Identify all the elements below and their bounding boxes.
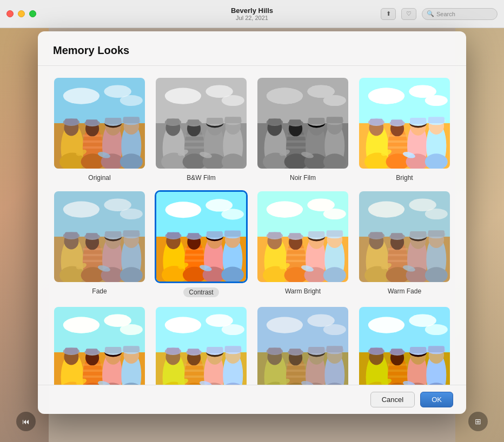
svg-point-313 xyxy=(323,324,346,335)
svg-rect-302 xyxy=(207,347,223,353)
svg-rect-121 xyxy=(428,117,445,123)
look-thumbnail-warm-bright xyxy=(256,190,349,283)
svg-point-3 xyxy=(120,95,143,106)
look-item-original[interactable]: Original xyxy=(53,77,146,182)
look-item-bright[interactable]: Bright xyxy=(358,77,451,182)
titlebar-subtitle: Jul 22, 2021 xyxy=(236,15,268,21)
memory-looks-modal: Memory Looks xyxy=(38,31,466,414)
traffic-lights xyxy=(6,10,36,17)
minimize-button[interactable] xyxy=(18,10,25,17)
svg-rect-13 xyxy=(83,146,103,149)
look-thumbnail-cool-fade xyxy=(256,306,349,385)
look-item-warm-bright[interactable]: Warm Bright xyxy=(256,190,349,297)
svg-rect-353 xyxy=(388,370,408,372)
svg-rect-350 xyxy=(370,348,383,354)
look-item-warm-contrast[interactable]: Warm Contrast xyxy=(53,306,146,385)
svg-point-96 xyxy=(425,95,448,106)
modal-footer: Cancel OK xyxy=(38,385,466,414)
svg-point-342 xyxy=(368,317,404,333)
svg-rect-323 xyxy=(286,376,306,378)
svg-rect-260 xyxy=(83,370,103,372)
svg-rect-291 xyxy=(184,370,204,372)
titlebar-controls: ⬆ ♡ 🔍 Search xyxy=(381,8,498,20)
maximize-button[interactable] xyxy=(29,10,36,17)
svg-point-220 xyxy=(425,209,448,219)
svg-rect-271 xyxy=(105,347,121,353)
look-item-cool-fade[interactable]: Cool Fade xyxy=(256,306,349,385)
modal-title: Memory Looks xyxy=(53,44,451,57)
svg-rect-292 xyxy=(184,376,204,378)
svg-rect-17 xyxy=(86,119,98,125)
svg-rect-102 xyxy=(370,119,383,125)
svg-rect-369 xyxy=(428,346,445,352)
svg-rect-74 xyxy=(286,140,306,143)
look-item-noir-film[interactable]: Noir Film xyxy=(256,77,349,182)
svg-rect-141 xyxy=(86,233,98,238)
look-thumbnail-warm-fade xyxy=(358,190,451,283)
look-item-fade[interactable]: Fade xyxy=(53,190,146,297)
titlebar-title: Beverly Hills xyxy=(231,6,273,15)
svg-rect-183 xyxy=(224,230,241,237)
photo-canvas-original xyxy=(54,78,145,169)
svg-point-65 xyxy=(323,95,346,106)
svg-rect-327 xyxy=(289,349,301,354)
look-item-cool-bright[interactable]: Cool Bright xyxy=(155,306,248,385)
back-button[interactable]: ⏮ xyxy=(16,412,36,431)
svg-point-125 xyxy=(63,201,100,217)
svg-rect-288 xyxy=(167,348,180,354)
ok-button[interactable]: OK xyxy=(420,392,453,407)
look-item-cool-contrast[interactable]: Cool Contrast xyxy=(358,306,451,385)
svg-rect-307 xyxy=(225,346,241,352)
look-thumbnail-bw-film xyxy=(155,77,248,170)
svg-rect-364 xyxy=(410,347,426,353)
look-thumbnail-noir-film xyxy=(256,77,349,170)
look-thumbnail-cool-bright xyxy=(155,306,248,385)
close-button[interactable] xyxy=(6,10,14,17)
svg-rect-195 xyxy=(268,232,281,239)
svg-rect-226 xyxy=(370,232,383,239)
heart-button[interactable]: ♡ xyxy=(401,8,416,20)
grid-button[interactable]: ⊞ xyxy=(468,412,488,431)
svg-rect-152 xyxy=(123,230,140,237)
svg-point-63 xyxy=(267,88,303,104)
svg-rect-136 xyxy=(83,254,103,256)
svg-point-249 xyxy=(63,317,100,333)
photo-canvas-bw-film xyxy=(156,78,247,169)
look-item-bw-film[interactable]: B&W Film xyxy=(155,77,248,182)
look-item-warm-fade[interactable]: Warm Fade xyxy=(358,190,451,297)
look-label-bright: Bright xyxy=(396,174,413,182)
svg-rect-354 xyxy=(388,376,408,378)
photo-canvas-contrast xyxy=(156,192,246,282)
look-label-warm-bright: Warm Bright xyxy=(285,287,321,295)
svg-rect-28 xyxy=(123,117,140,123)
svg-rect-137 xyxy=(83,260,103,262)
search-bar[interactable]: 🔍 Search xyxy=(422,8,498,20)
svg-point-34 xyxy=(222,95,244,106)
svg-rect-214 xyxy=(327,230,343,237)
svg-point-218 xyxy=(368,201,404,217)
cancel-button[interactable]: Cancel xyxy=(370,392,415,407)
svg-rect-147 xyxy=(105,231,121,238)
svg-rect-79 xyxy=(289,119,301,125)
svg-rect-203 xyxy=(289,233,301,238)
photo-canvas-cool-fade xyxy=(257,307,348,385)
svg-point-156 xyxy=(165,202,201,218)
svg-rect-229 xyxy=(388,254,408,256)
svg-point-251 xyxy=(120,324,143,335)
svg-rect-164 xyxy=(167,232,180,239)
svg-point-1 xyxy=(63,88,100,104)
svg-rect-178 xyxy=(207,231,223,238)
looks-grid: Original xyxy=(53,77,451,385)
svg-rect-322 xyxy=(286,370,306,372)
svg-rect-9 xyxy=(65,119,78,125)
svg-rect-168 xyxy=(184,259,204,262)
svg-rect-43 xyxy=(184,140,204,143)
svg-rect-338 xyxy=(327,346,343,352)
svg-rect-48 xyxy=(188,119,200,125)
svg-rect-71 xyxy=(268,119,281,125)
share-button[interactable]: ⬆ xyxy=(381,8,396,20)
search-placeholder: Search xyxy=(436,11,455,17)
look-item-contrast[interactable]: Contrast xyxy=(155,190,248,297)
svg-rect-198 xyxy=(286,254,306,256)
titlebar: Beverly Hills Jul 22, 2021 ⬆ ♡ 🔍 Search xyxy=(0,0,504,28)
